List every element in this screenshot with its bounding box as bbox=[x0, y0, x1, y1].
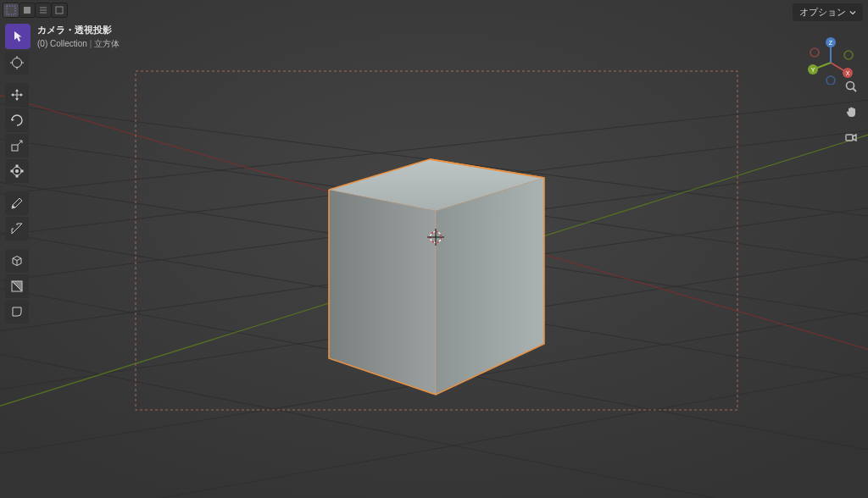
camera-view-button[interactable] bbox=[843, 129, 860, 146]
svg-rect-34 bbox=[16, 165, 19, 168]
chevron-down-icon bbox=[849, 9, 856, 16]
svg-point-46 bbox=[844, 51, 853, 59]
mode-object-button[interactable] bbox=[5, 24, 31, 49]
viewport-side-buttons bbox=[843, 78, 860, 146]
svg-line-49 bbox=[854, 89, 857, 92]
object-name: 立方体 bbox=[94, 39, 120, 48]
header-tab-0[interactable] bbox=[3, 3, 19, 18]
view-mode-label: カメラ・透視投影 bbox=[37, 24, 120, 36]
svg-rect-37 bbox=[21, 170, 24, 173]
navigation-gizmo[interactable]: X Y Z bbox=[805, 34, 856, 85]
svg-point-48 bbox=[847, 82, 854, 90]
collection-name: Collection bbox=[50, 39, 87, 48]
svg-point-45 bbox=[810, 48, 819, 57]
gizmo-z-label: Z bbox=[829, 40, 833, 46]
toolbar-left bbox=[5, 51, 29, 324]
info-panel: カメラ・透視投影 (0) Collection | 立方体 bbox=[5, 24, 120, 50]
camera-icon bbox=[844, 130, 858, 144]
cursor-target-icon bbox=[9, 55, 25, 70]
svg-rect-36 bbox=[11, 170, 14, 173]
svg-rect-35 bbox=[16, 175, 19, 178]
gizmo-x-label: X bbox=[846, 70, 850, 76]
tool-shade[interactable] bbox=[5, 274, 29, 298]
scene-canvas bbox=[0, 0, 868, 498]
object-cube bbox=[329, 159, 544, 395]
tool-measure[interactable] bbox=[5, 217, 29, 241]
header-tab-2[interactable] bbox=[35, 3, 52, 18]
header-tab-3[interactable] bbox=[51, 3, 68, 18]
viewport-3d[interactable]: カメラ・透視投影 (0) Collection | 立方体 bbox=[0, 0, 868, 498]
svg-rect-23 bbox=[56, 7, 63, 14]
cursor-arrow-icon bbox=[10, 29, 25, 44]
cube-icon bbox=[9, 253, 25, 268]
pencil-icon bbox=[9, 196, 25, 211]
svg-point-33 bbox=[15, 169, 19, 173]
gizmo-y-label: Y bbox=[811, 67, 815, 73]
tool-scale[interactable] bbox=[5, 134, 29, 158]
tool-move[interactable] bbox=[5, 83, 29, 107]
tool-add-cube[interactable] bbox=[5, 249, 29, 273]
tool-rotate[interactable] bbox=[5, 108, 29, 132]
options-dropdown[interactable]: オプション bbox=[793, 3, 863, 21]
svg-point-47 bbox=[826, 76, 835, 85]
collection-index: (0) bbox=[37, 39, 47, 48]
options-label: オプション bbox=[799, 6, 846, 19]
workspace-icon bbox=[9, 304, 25, 319]
header-tabs bbox=[3, 3, 67, 18]
hand-icon bbox=[844, 105, 858, 119]
svg-point-24 bbox=[13, 58, 22, 68]
transform-icon bbox=[9, 163, 25, 179]
rotate-icon bbox=[9, 113, 25, 128]
magnifier-icon bbox=[844, 80, 858, 93]
tool-transform[interactable] bbox=[5, 159, 29, 183]
info-text: カメラ・透視投影 (0) Collection | 立方体 bbox=[37, 24, 120, 50]
svg-rect-22 bbox=[24, 7, 31, 14]
header-tab-1[interactable] bbox=[19, 3, 36, 18]
shade-icon bbox=[9, 279, 25, 294]
svg-rect-21 bbox=[7, 6, 15, 14]
move-icon bbox=[9, 87, 25, 102]
ruler-icon bbox=[9, 221, 25, 236]
tool-cursor[interactable] bbox=[5, 51, 29, 75]
zoom-button[interactable] bbox=[843, 78, 860, 95]
scale-icon bbox=[9, 138, 25, 153]
svg-rect-31 bbox=[12, 145, 18, 151]
svg-rect-50 bbox=[846, 135, 853, 141]
pan-button[interactable] bbox=[843, 103, 860, 120]
tool-workspace[interactable] bbox=[5, 300, 29, 324]
tool-annotate[interactable] bbox=[5, 191, 29, 215]
